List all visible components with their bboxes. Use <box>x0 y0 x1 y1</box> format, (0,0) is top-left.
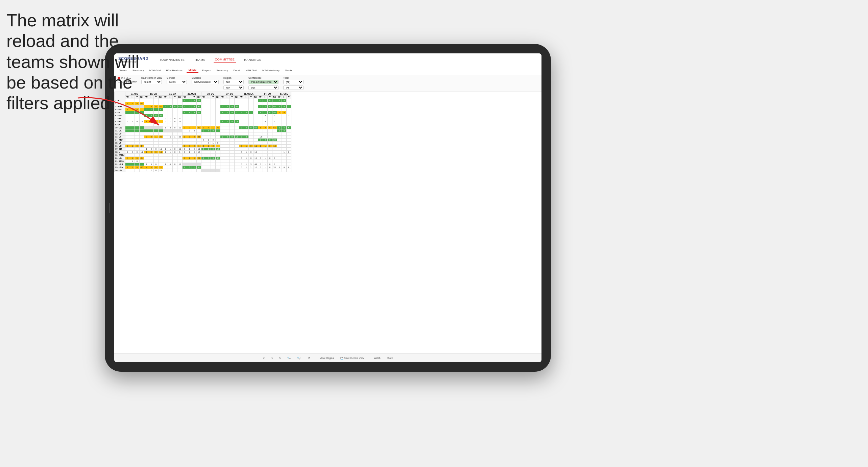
division-label: Division <box>192 77 219 79</box>
app-header: SCOREBOARD Powered by clippd TOURNAMENTS… <box>114 53 541 66</box>
ucb-l: L <box>187 96 192 99</box>
division-select[interactable]: NCAA Division I NCAA Division II <box>192 80 219 84</box>
row-label: 12. UV <box>115 132 125 136</box>
table-row: 11. UA 30 340 30 <box>115 129 291 132</box>
nav-teams[interactable]: TEAMS <box>193 57 207 62</box>
team-select[interactable]: (All) <box>283 80 304 84</box>
uo-w: W <box>201 96 206 99</box>
filter-region: Region N/A East West N/A <box>223 77 244 90</box>
su-t: T <box>230 96 234 99</box>
sub-tab-matrix2[interactable]: Matrix <box>283 68 294 73</box>
region-select2[interactable]: N/A <box>223 85 244 90</box>
team-select2[interactable]: (All) <box>283 85 304 90</box>
ucla-l: L <box>244 96 248 99</box>
col-ucla: 31. UCLA <box>239 92 258 96</box>
app-content: SCOREBOARD Powered by clippd TOURNAMENTS… <box>114 53 541 362</box>
table-row: 22. UCB 130 14012 01344 0100 <box>115 163 291 166</box>
nav-committee[interactable]: COMMITTEE <box>214 57 236 63</box>
table-row: 15. UF 010 <box>115 142 291 145</box>
table-row: 8. UAF 01014 120 01015 11011 010 <box>115 120 291 123</box>
row-label: 8. UAF <box>115 120 125 123</box>
sub-tab-h2h-heatmap2[interactable]: H2H Heatmap <box>260 68 282 73</box>
row-label: 13. UT <box>115 136 125 139</box>
filter-gender: Gender Men's Women's <box>167 77 187 84</box>
conference-label: Conference <box>248 77 279 79</box>
refresh-btn[interactable]: ↻ <box>278 356 283 360</box>
col-ua: 11. UA <box>163 92 182 96</box>
row-label: 19. TAMU <box>115 154 125 157</box>
ucb-dif: Dif <box>196 96 201 99</box>
conference-select[interactable]: Pac-12 Conference (All) <box>248 80 279 84</box>
filter-bar: Full View Compact View Max teams in view… <box>114 75 541 92</box>
su-w: W <box>220 96 225 99</box>
save-custom-btn[interactable]: 💾 Save Custom View <box>339 356 365 360</box>
table-row: 20. UG 010-34 01023 10040 01019 0100 <box>115 157 291 160</box>
sub-tab-matrix[interactable]: Matrix <box>187 68 199 73</box>
row-label: 14. TTU <box>115 139 125 142</box>
clock-btn[interactable]: ⏱ <box>306 356 311 360</box>
row-label: 7. UM <box>115 117 125 120</box>
ucb-w: W <box>182 96 187 99</box>
ucla-w: W <box>239 96 244 99</box>
redo-btn[interactable]: ↪ <box>270 356 274 360</box>
table-row: 7. UM 0100 <box>115 117 291 120</box>
conference-select2[interactable]: (All) <box>248 85 279 90</box>
ua-t: T <box>172 96 177 99</box>
row-label: 9. UA <box>115 123 125 126</box>
ua-l: L <box>168 96 172 99</box>
row-label: 17. GIT <box>115 148 125 151</box>
uo-dif: Dif <box>215 96 220 99</box>
row-label: 6. FSU <box>115 114 125 117</box>
table-row: 6. FSU 14035 010 2 <box>115 114 291 117</box>
region-select[interactable]: N/A East West <box>223 80 244 84</box>
table-row: 9. UA <box>115 123 291 126</box>
table-row: 16. UO 210-14 1201 110 21011 11013 <box>115 145 291 148</box>
table-row: 21. ETSU 10 <box>115 160 291 163</box>
sub-tab-h2h-grid2[interactable]: H2H Grid <box>244 68 259 73</box>
ua-w: W <box>163 96 168 99</box>
tablet-screen: SCOREBOARD Powered by clippd TOURNAMENTS… <box>114 53 541 362</box>
tablet-button <box>109 203 110 213</box>
uw-t: T <box>153 96 158 99</box>
col-su: 27. SU <box>220 92 239 96</box>
osu-l: L <box>282 96 286 99</box>
uu-w: W <box>258 96 263 99</box>
table-row: 18. U 20011 10011 110101010 01013 10 <box>115 151 291 154</box>
row-label: 21. ETSU <box>115 160 125 163</box>
undo-btn[interactable]: ↩ <box>262 356 266 360</box>
row-label: 16. UO <box>115 145 125 148</box>
row-label: 11. UA <box>115 129 125 132</box>
sub-tab-h2h-heatmap[interactable]: H2H Heatmap <box>164 68 185 73</box>
view-original-btn[interactable]: View: Original <box>318 356 336 360</box>
nav-tournaments[interactable]: TOURNAMENTS <box>158 57 186 62</box>
share-btn[interactable]: Share <box>385 356 394 360</box>
gender-label: Gender <box>167 77 187 79</box>
zoom-in-btn[interactable]: 🔍+ <box>296 356 303 360</box>
matrix-container[interactable]: 3. ASU 10. UW 11. UA 22. UCB 24. UO 27. … <box>114 92 541 353</box>
row-label: 23. UNM <box>115 166 125 169</box>
bottom-toolbar: ↩ ↪ ↻ 🔍- 🔍+ ⏱ View: Original 💾 Save Cust… <box>114 353 541 362</box>
uo-l: L <box>206 96 211 99</box>
row-label: 10. UW <box>115 126 125 129</box>
tablet-frame: SCOREBOARD Powered by clippd TOURNAMENTS… <box>105 44 551 372</box>
team-label: Team <box>283 77 304 79</box>
col-uu: 54. UU <box>258 92 277 96</box>
watch-btn[interactable]: Watch <box>372 356 382 360</box>
gender-select[interactable]: Men's Women's <box>167 80 187 84</box>
table-row: 10. UW 13011 3032 04172 20066 12051 145 <box>115 126 291 129</box>
col-uo: 24. UO <box>201 92 220 96</box>
osu-w: W <box>277 96 282 99</box>
zoom-out-btn[interactable]: 🔍- <box>286 356 292 360</box>
table-row: 24. UO 02029 <box>115 169 291 172</box>
sub-tab-players[interactable]: Players <box>200 68 213 73</box>
separator2 <box>369 356 369 361</box>
table-row: 17. GIT 10011 11011 01011 01010 <box>115 148 291 151</box>
uu-t: T <box>267 96 272 99</box>
su-l: L <box>225 96 230 99</box>
row-label: 22. UCB <box>115 163 125 166</box>
sub-tab-detail[interactable]: Detail <box>231 68 242 73</box>
nav-rankings[interactable]: RANKINGS <box>243 57 263 62</box>
row-label: 24. UO <box>115 169 125 172</box>
sub-tab-summary2[interactable]: Summary <box>214 68 230 73</box>
row-label: 20. UG <box>115 157 125 160</box>
